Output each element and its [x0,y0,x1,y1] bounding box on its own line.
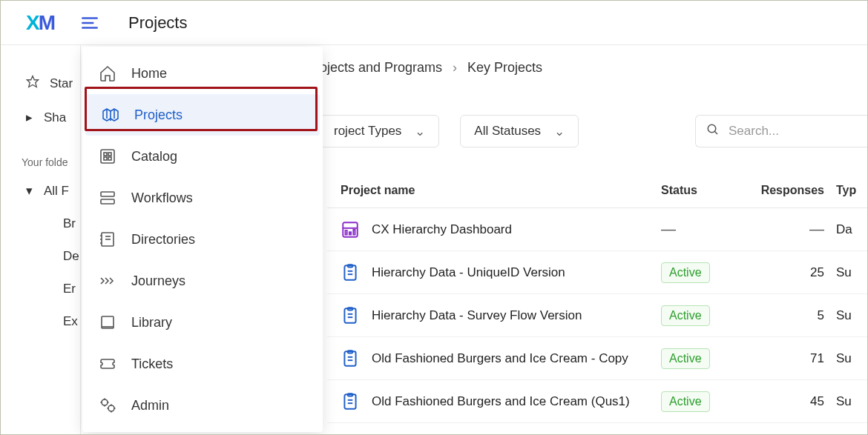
nav-item-label: Workflows [131,190,193,206]
sidebar-all-folders[interactable]: ▾ All F [1,174,80,207]
type-value: Su [833,351,868,366]
survey-icon [341,392,360,411]
status-badge: Active [661,262,710,283]
nav-item-journeys[interactable]: Journeys [82,260,323,302]
xm-logo: XM [26,11,54,35]
sidebar-shared[interactable]: ▸ Sha [1,101,80,134]
home-icon [97,63,118,84]
project-name: Old Fashioned Burgers and Ice Cream - Co… [372,351,628,366]
nav-item-label: Projects [134,107,183,123]
filter-label: All Statuses [474,124,541,139]
sidebar-subfolder[interactable]: Ex [1,305,80,338]
survey-icon [341,306,360,325]
svg-rect-25 [346,230,347,234]
caret-right-icon: ▸ [26,110,33,125]
table-header: Project name Status Responses Typ [327,173,867,208]
nav-item-label: Journeys [131,273,185,289]
survey-icon [341,349,360,368]
nav-item-label: Tickets [131,356,173,372]
nav-item-label: Library [131,315,172,331]
sidebar: Star ▸ Sha Your folde ▾ All F Br De Er E… [1,45,81,435]
th-responses[interactable]: Responses [753,184,833,197]
search-input[interactable] [729,124,868,139]
responses-value: 71 [753,351,833,366]
tickets-icon [97,353,118,374]
hamburger-menu-button[interactable] [76,10,103,36]
table-row[interactable]: Hierarchy Data - UniqueID Version Active… [327,251,867,294]
sidebar-folders-heading: Your folde [1,134,80,174]
type-value: Da [833,222,868,237]
project-name: Hierarchy Data - UniqueID Version [372,265,565,280]
filter-bar: roject Types ⌄ All Statuses ⌄ [320,115,579,147]
nav-item-label: Directories [131,232,195,248]
nav-item-directories[interactable]: Directories [82,219,323,260]
star-icon [26,75,39,92]
svg-rect-10 [101,199,114,204]
type-value: Su [833,394,868,409]
nav-item-projects[interactable]: Projects [85,94,320,136]
sidebar-subfolder[interactable]: Er [1,273,80,305]
nav-item-label: Catalog [131,149,177,165]
svg-point-19 [102,399,108,405]
catalog-icon [97,146,118,167]
breadcrumb-level2[interactable]: Key Projects [467,60,542,76]
nav-item-label: Home [131,66,167,82]
nav-item-admin[interactable]: Admin [82,385,323,426]
svg-point-21 [708,124,716,133]
th-status[interactable]: Status [661,184,753,197]
projects-icon [100,104,121,125]
table-row[interactable]: CX Hierarchy Dashboard — — Da [327,208,867,251]
nav-item-library[interactable]: Library [82,302,323,343]
search-icon [706,123,720,139]
dashboard-icon [341,220,360,239]
projects-table: Project name Status Responses Typ CX Hie… [327,173,867,423]
admin-icon [97,395,118,416]
topbar: XM Projects [1,1,867,45]
status-value: — [661,221,676,237]
svg-point-20 [108,405,114,411]
svg-rect-7 [104,157,107,160]
th-type[interactable]: Typ [833,184,868,197]
chevron-right-icon: › [453,60,457,76]
survey-icon [341,263,360,282]
breadcrumb: ojects and Programs › Key Projects [320,60,542,76]
nav-item-tickets[interactable]: Tickets [82,343,323,385]
filter-all-statuses[interactable]: All Statuses ⌄ [460,115,579,147]
status-badge: Active [661,305,710,326]
caret-down-icon: ▾ [26,183,33,199]
sidebar-starred[interactable]: Star [1,66,80,101]
sidebar-shared-label: Sha [44,110,66,125]
nav-item-catalog[interactable]: Catalog [82,136,323,177]
responses-value: 5 [753,308,833,323]
nav-item-workflows[interactable]: Workflows [82,177,323,219]
workflows-icon [97,187,118,208]
responses-value: 25 [753,265,833,280]
svg-rect-6 [108,153,111,156]
journeys-icon [97,270,118,291]
chevron-down-icon: ⌄ [415,124,425,139]
breadcrumb-level1[interactable]: ojects and Programs [320,60,442,76]
responses-value: 45 [753,394,833,409]
filter-project-types[interactable]: roject Types ⌄ [320,115,439,147]
sidebar-all-label: All F [44,184,69,199]
main-nav-dropdown: Home Projects Catalog Workflows Director… [82,47,323,432]
search-box[interactable] [695,115,867,147]
svg-line-22 [714,131,717,134]
chevron-down-icon: ⌄ [554,124,565,139]
type-value: Su [833,308,868,323]
project-name: CX Hierarchy Dashboard [372,222,512,237]
nav-item-label: Admin [131,398,169,414]
table-row[interactable]: Old Fashioned Burgers and Ice Cream (Qus… [327,380,867,423]
project-name: Hierarchy Data - Survey Flow Version [372,308,582,323]
nav-item-home[interactable]: Home [82,53,323,94]
sidebar-subfolder[interactable]: Br [1,207,80,240]
table-row[interactable]: Hierarchy Data - Survey Flow Version Act… [327,294,867,337]
table-row[interactable]: Old Fashioned Burgers and Ice Cream - Co… [327,337,867,380]
library-icon [97,312,118,333]
svg-rect-26 [349,232,351,234]
page-title: Projects [128,13,187,33]
th-name[interactable]: Project name [327,184,661,197]
sidebar-subfolder[interactable]: De [1,240,80,273]
status-badge: Active [661,348,710,369]
svg-rect-4 [101,150,114,163]
